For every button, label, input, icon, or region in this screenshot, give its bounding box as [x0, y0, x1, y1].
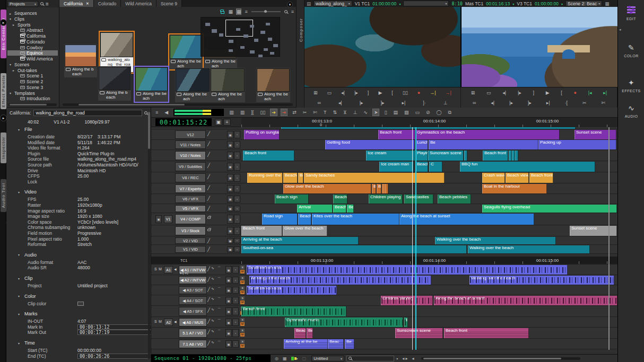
link-button[interactable]: ∞	[317, 100, 320, 105]
monitor-button[interactable]: ▣	[227, 196, 233, 202]
hamburger-icon[interactable]: ≡	[154, 109, 159, 116]
timeline-clip[interactable]: Be	[345, 339, 354, 349]
focus-button[interactable]: ▣	[215, 119, 222, 126]
g2e-button[interactable]: ▸|	[546, 100, 550, 105]
timeline-clip[interactable]: Glow over the beach	[283, 184, 371, 193]
disclosure-open-icon[interactable]: ▾	[18, 128, 21, 131]
automation-icon[interactable]: ⌒	[217, 340, 221, 346]
rec-button[interactable]: ●	[417, 90, 420, 95]
position-timecode[interactable]: 00:01:15:22	[155, 118, 212, 126]
bin-clip-card[interactable]: Along the beach	[64, 44, 97, 77]
grid-button[interactable]: ⊞	[314, 90, 318, 95]
timeline-clip[interactable]: Beach pebbles	[438, 195, 471, 204]
min-button[interactable]: [	[391, 90, 393, 95]
timeline-clip[interactable]: Beach	[298, 214, 311, 225]
monitor-button[interactable]: ▣	[225, 329, 232, 337]
sidebar-item-effects[interactable]: ✦ EFFECTS	[618, 78, 644, 93]
waveform-toggle-icon[interactable]: ∿	[211, 287, 214, 291]
master-timecode[interactable]: 00:01:16:13 ▾	[486, 1, 514, 6]
stepf-button[interactable]: |▸	[518, 90, 521, 95]
waveform-toggle-icon[interactable]: ∿	[211, 329, 214, 333]
stepf-button[interactable]: |▸	[354, 90, 358, 95]
grid-icon[interactable]: ▦	[605, 1, 609, 6]
timeline-clip[interactable]: Be	[429, 140, 538, 149]
timeline-clip[interactable]: Southed-on-sea	[241, 245, 467, 253]
timeline-clip[interactable]: Sandy beaches	[304, 173, 445, 183]
clip-color-icon[interactable]: ▭	[414, 109, 421, 116]
audio-curve-icon[interactable]: ∿	[362, 109, 369, 116]
timeline-clip[interactable]: Arrival	[297, 205, 333, 213]
timeline-menu-button[interactable]: ≡	[223, 119, 231, 126]
track-select-button[interactable]: ▫	[232, 307, 239, 315]
timeline-clip[interactable]: Packing up	[538, 140, 616, 149]
pencil-icon[interactable]: ╱	[207, 297, 210, 302]
disclosure-open-icon[interactable]: ▾	[18, 253, 21, 257]
playhead[interactable]	[415, 127, 416, 350]
track-select-button[interactable]: ▫	[234, 227, 240, 235]
link-button[interactable]: ∞	[473, 100, 476, 105]
track-button-v10[interactable]: V10 / Notes	[175, 151, 206, 160]
pencil-icon[interactable]: ╱	[207, 287, 210, 292]
timeline-clip[interactable]: Getting food	[325, 140, 415, 149]
timeline-clip[interactable]: Beac	[294, 328, 306, 338]
clro-button[interactable]: ]·	[423, 100, 426, 105]
section-title-video[interactable]: ▾Video	[18, 189, 37, 195]
timeline-clip[interactable]: Suncream scene	[428, 151, 464, 161]
automation-icon[interactable]: ⌒	[217, 297, 221, 302]
timeline-clip[interactable]: Beach	[283, 173, 298, 183]
track-button-a6[interactable]: ◀ A6 / MUS	[179, 318, 207, 326]
razor-icon[interactable]: ✄	[312, 109, 318, 116]
property-value-input[interactable]: 00:00:17:19	[77, 330, 151, 335]
track-select-button[interactable]: ▫	[234, 196, 240, 202]
track-select-button[interactable]: ▫	[234, 174, 240, 182]
automation-icon[interactable]: ⌒	[217, 307, 221, 313]
source-clip-menu[interactable]: walking_along_▾	[314, 1, 352, 6]
timeline-clip[interactable]: Crash wave	[482, 173, 505, 183]
group-mute-label[interactable]: M	[159, 320, 162, 323]
sb1-button[interactable]: ◂|	[338, 100, 342, 105]
splice-in-icon[interactable]: ⊻	[342, 109, 348, 116]
monitor-button[interactable]: ▣	[225, 340, 232, 348]
monitor-button[interactable]: ▣	[225, 277, 232, 284]
timeline-clip[interactable]: C	[429, 162, 442, 172]
dual-button[interactable]: ▯▯	[403, 90, 408, 95]
tree-item-sports[interactable]: ▸Sports	[7, 22, 58, 28]
track-button-v8[interactable]: V8 / REC	[175, 173, 206, 182]
bin-clip-card[interactable]: Along the beach	[175, 68, 210, 102]
property-value-input[interactable]: 00:00:13:12	[77, 324, 151, 330]
track-button-v3[interactable]: V3 / Stock	[175, 226, 206, 235]
tab-audio-tool[interactable]: Audio Tool	[1, 179, 6, 212]
monitor-button[interactable]: ▣	[227, 215, 233, 224]
pencil-icon[interactable]: ╱	[207, 277, 210, 282]
track-select-button[interactable]: ▫	[232, 329, 239, 337]
grid-view-icon[interactable]: ▦	[237, 9, 241, 14]
group-solo-label[interactable]: S	[154, 267, 157, 271]
timeline-clip[interactable]	[385, 184, 388, 193]
tab-bin-container[interactable]: Bin Container	[1, 10, 6, 58]
waveform-toggle-icon[interactable]: ∿	[211, 297, 214, 301]
timeline-clip[interactable]: Glow over the beach	[283, 226, 327, 236]
section-title-audio[interactable]: ▾Audio	[18, 252, 37, 258]
monitor-button[interactable]: ▣	[227, 246, 233, 252]
track-select-button[interactable]: ▫	[234, 141, 240, 148]
automation-icon[interactable]: ⌒	[217, 319, 221, 324]
automation-icon[interactable]: ⌒	[217, 287, 221, 292]
tree-item-scenes[interactable]: ▾Scenes	[7, 62, 58, 67]
track-button-a4[interactable]: ◀ A4 / SOT	[179, 296, 207, 305]
timeline-clip[interactable]: Beach front	[378, 130, 415, 139]
disclosure-closed-icon[interactable]: ▸	[10, 12, 13, 15]
timeline-clip[interactable]: Along the beach at sunset	[399, 214, 534, 225]
tree-item-scene-2[interactable]: Scene 2	[7, 79, 58, 84]
speaker-icon[interactable]: ◀	[174, 320, 177, 323]
track-button-a7[interactable]: 5.1 A7 / VO	[179, 329, 207, 338]
timeline-clip[interactable]: Walking over the beach	[468, 245, 590, 253]
gmark-button[interactable]: ▸|	[603, 90, 607, 95]
tab-inspector[interactable]: Inspector	[1, 133, 6, 163]
tree-item-equinox[interactable]: Equinox	[7, 50, 58, 56]
lift-icon[interactable]: ⊥	[352, 109, 359, 116]
monitor-toggle-icon[interactable]: ▦	[283, 356, 287, 361]
section-title-time[interactable]: ▾Time	[18, 340, 35, 346]
snap-edge-icon[interactable]: ▥	[239, 109, 246, 116]
track-button-a8[interactable]: 7.1 A8 / VO	[179, 340, 207, 348]
record-monitor[interactable]	[462, 7, 617, 87]
